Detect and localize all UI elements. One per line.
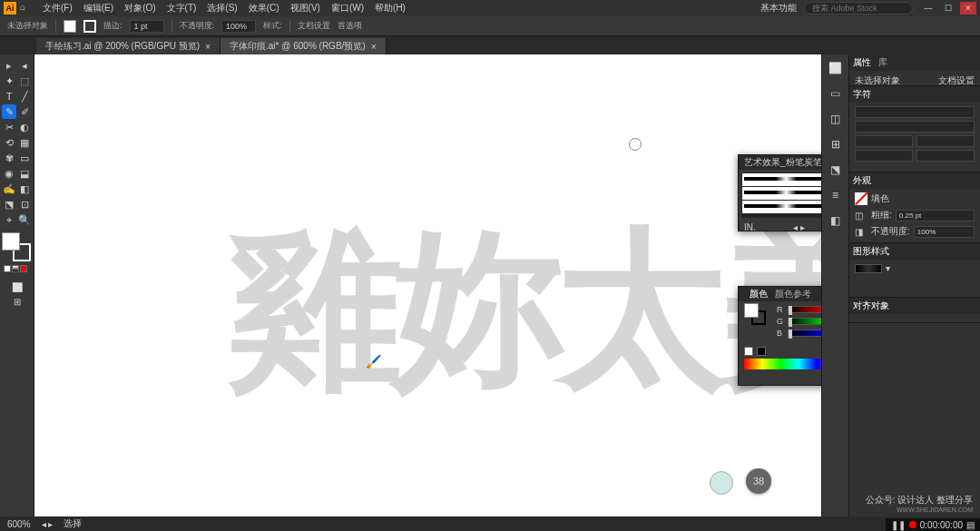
character-tab[interactable]: 字符 bbox=[853, 88, 871, 101]
dock-icon-5[interactable]: ⬔ bbox=[828, 162, 844, 178]
maximize-button[interactable]: ☐ bbox=[940, 2, 956, 15]
line-tool[interactable]: ╱ bbox=[17, 89, 32, 103]
canvas[interactable]: 雞妳太美 🖌️ 38 艺术效果_粉笔炭笔铅笔 ≡ IN. ◂ ▸ ✕ bbox=[34, 54, 821, 516]
white-swatch[interactable] bbox=[744, 347, 753, 356]
stroke-swatch[interactable] bbox=[83, 20, 96, 33]
brush-preset[interactable] bbox=[742, 173, 821, 186]
artboard-tool[interactable]: ⬔ bbox=[2, 197, 16, 211]
width-tool[interactable]: ▦ bbox=[17, 135, 32, 150]
brush-nav[interactable]: ◂ ▸ bbox=[793, 222, 805, 232]
zoom-tool[interactable]: 🔍 bbox=[17, 212, 32, 227]
font-size-field[interactable] bbox=[855, 135, 913, 147]
brush-preset[interactable] bbox=[742, 201, 821, 213]
brush-list[interactable] bbox=[741, 172, 821, 218]
magic-wand-tool[interactable]: ✦ bbox=[2, 74, 16, 88]
doc-setup-button[interactable]: 文档设置 bbox=[298, 20, 330, 32]
stroke-weight-field[interactable] bbox=[896, 210, 975, 221]
menu-select[interactable]: 选择(S) bbox=[202, 1, 241, 15]
no-fill-icon[interactable] bbox=[855, 192, 867, 205]
tab-close-icon[interactable]: × bbox=[205, 42, 211, 52]
lasso-tool[interactable]: ⬚ bbox=[17, 74, 32, 88]
menu-view[interactable]: 视图(V) bbox=[286, 1, 325, 15]
black-swatch[interactable] bbox=[757, 347, 766, 356]
hand-tool[interactable]: ⌖ bbox=[2, 212, 16, 227]
graphic-style-swatch[interactable] bbox=[855, 264, 882, 273]
type-tool[interactable]: T bbox=[2, 89, 16, 103]
doc-setup-link[interactable]: 文档设置 bbox=[938, 74, 975, 82]
g-slider[interactable] bbox=[788, 318, 821, 325]
brushes-panel[interactable]: 艺术效果_粉笔炭笔铅笔 ≡ IN. ◂ ▸ ✕ bbox=[738, 154, 821, 231]
draw-mode[interactable]: ⬜ bbox=[2, 280, 33, 294]
align-tab[interactable]: 对齐对象 bbox=[853, 300, 889, 312]
graphic-styles-tab[interactable]: 图形样式 bbox=[853, 245, 889, 258]
dock-icon-7[interactable]: ◧ bbox=[828, 212, 844, 229]
color-panel[interactable]: 颜色 颜色参考 ≡ R 0 G bbox=[738, 286, 821, 386]
none-mode-swatch[interactable] bbox=[20, 265, 27, 272]
properties-tab[interactable]: 属性 bbox=[853, 56, 871, 69]
tab-close-icon[interactable]: × bbox=[371, 42, 377, 52]
kerning-field[interactable] bbox=[855, 150, 913, 162]
blend-tool[interactable]: ◧ bbox=[17, 182, 32, 196]
nav-arrows[interactable]: ◂ ▸ bbox=[42, 519, 54, 529]
doc-tab-1[interactable]: 手绘练习.ai @ 200% (RGB/GPU 预览) × bbox=[36, 38, 220, 54]
dock-icon-4[interactable]: ⊞ bbox=[828, 136, 844, 152]
color-mode-swatch[interactable] bbox=[4, 265, 11, 272]
fill-swatch[interactable] bbox=[64, 20, 76, 33]
rectangle-tool[interactable]: ▭ bbox=[17, 151, 32, 165]
fill-color[interactable] bbox=[2, 232, 20, 251]
dock-icon-2[interactable]: ▭ bbox=[828, 85, 844, 102]
r-slider[interactable] bbox=[788, 306, 821, 313]
scale-tool[interactable]: ⟲ bbox=[2, 135, 16, 150]
libraries-tab[interactable]: 库 bbox=[878, 56, 887, 69]
rotate-tool[interactable]: ◐ bbox=[17, 120, 32, 134]
color-guide-tab[interactable]: 颜色参考 bbox=[775, 288, 811, 300]
menu-object[interactable]: 对象(O) bbox=[120, 1, 160, 15]
selection-tool[interactable]: ▸ bbox=[2, 58, 16, 73]
opacity-field[interactable] bbox=[914, 226, 975, 238]
doc-tab-2[interactable]: 字体印痕.ai* @ 600% (RGB/预览) × bbox=[220, 38, 386, 54]
pencil-tool[interactable]: ✐ bbox=[17, 104, 32, 119]
menu-type[interactable]: 文字(T) bbox=[162, 1, 201, 15]
mesh-tool[interactable]: ⬓ bbox=[17, 166, 32, 181]
color-tab[interactable]: 颜色 bbox=[750, 288, 768, 300]
close-button[interactable]: ✕ bbox=[960, 2, 976, 15]
menu-file[interactable]: 文件(F) bbox=[38, 1, 77, 15]
prefs-button[interactable]: 首选项 bbox=[338, 20, 362, 32]
gradient-tool[interactable]: ◉ bbox=[2, 166, 16, 181]
search-input[interactable] bbox=[804, 2, 913, 15]
menu-help[interactable]: 帮助(H) bbox=[370, 1, 410, 15]
tracking-field[interactable] bbox=[916, 150, 975, 162]
gradient-mode-swatch[interactable] bbox=[12, 265, 19, 272]
brush-preset[interactable] bbox=[742, 187, 821, 200]
b-slider[interactable] bbox=[788, 329, 821, 337]
dock-icon-1[interactable]: ⬜ bbox=[828, 60, 844, 76]
menu-edit[interactable]: 编辑(E) bbox=[79, 1, 118, 15]
font-style-field[interactable] bbox=[855, 121, 975, 133]
menu-window[interactable]: 窗口(W) bbox=[327, 1, 368, 15]
direct-selection-tool[interactable]: ◂ bbox=[17, 58, 32, 73]
menu-effect[interactable]: 效果(C) bbox=[244, 1, 284, 15]
color-spectrum[interactable] bbox=[744, 359, 821, 369]
rec-menu-icon[interactable]: ▤ bbox=[966, 520, 975, 530]
opacity-input[interactable] bbox=[221, 20, 256, 33]
pause-icon[interactable]: ❚❚ bbox=[891, 520, 906, 530]
minimize-button[interactable]: — bbox=[920, 2, 936, 15]
zoom-level[interactable]: 600% bbox=[7, 519, 31, 529]
stroke-weight-input[interactable] bbox=[130, 20, 164, 33]
appearance-tab[interactable]: 外观 bbox=[853, 174, 871, 187]
eyedropper-tool[interactable]: ✍ bbox=[2, 182, 16, 196]
color-fill-stroke[interactable] bbox=[744, 303, 766, 325]
paintbrush-tool[interactable]: ✎ bbox=[2, 104, 16, 119]
scissors-tool[interactable]: ✂ bbox=[2, 120, 16, 134]
font-family-field[interactable] bbox=[855, 106, 975, 118]
shape-builder-tool[interactable]: ✾ bbox=[2, 151, 16, 165]
screen-mode[interactable]: ⊞ bbox=[2, 294, 33, 309]
leading-field[interactable] bbox=[916, 135, 975, 147]
fill-stroke-控件[interactable] bbox=[2, 232, 31, 261]
style-menu-icon[interactable]: ▾ bbox=[886, 263, 890, 273]
home-icon[interactable]: ⌂ bbox=[20, 2, 33, 15]
slice-tool[interactable]: ⊡ bbox=[17, 197, 32, 211]
dock-icon-6[interactable]: ≡ bbox=[828, 187, 844, 203]
workspace-label[interactable]: 基本功能 bbox=[760, 2, 797, 15]
dock-icon-3[interactable]: ◫ bbox=[828, 111, 844, 127]
